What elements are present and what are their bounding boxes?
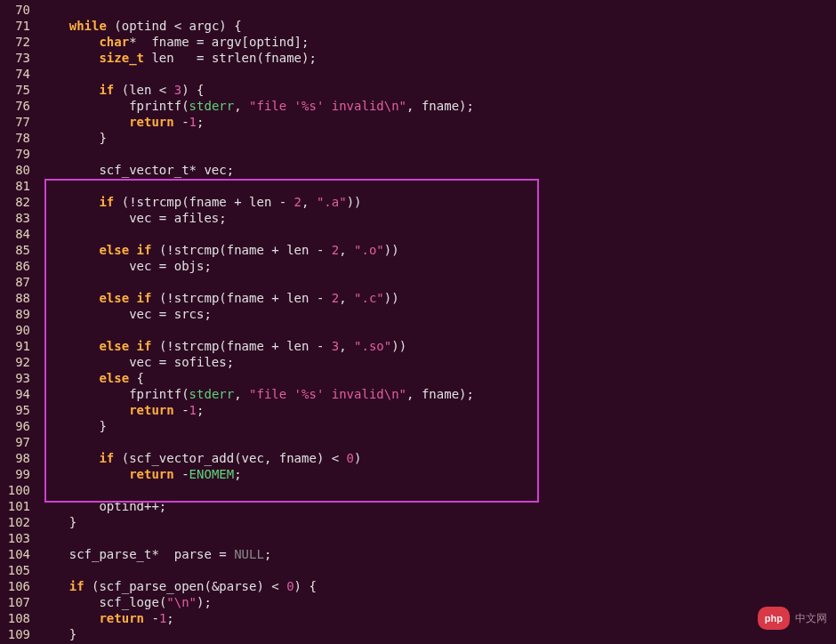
code-line[interactable] — [39, 434, 836, 450]
line-number: 95 — [0, 402, 30, 418]
line-number: 82 — [0, 194, 30, 210]
line-number: 84 — [0, 226, 30, 242]
code-line[interactable]: return -1; — [39, 114, 836, 130]
code-line[interactable]: } — [39, 514, 836, 530]
code-line[interactable] — [39, 2, 836, 18]
code-line[interactable]: scf_loge("\n"); — [39, 594, 836, 610]
line-number: 96 — [0, 418, 30, 434]
code-line[interactable] — [39, 178, 836, 194]
code-line[interactable]: size_t len = strlen(fname); — [39, 50, 836, 66]
code-line[interactable]: if (!strcmp(fname + len - 2, ".a")) — [39, 194, 836, 210]
line-number: 89 — [0, 306, 30, 322]
code-area[interactable]: while (optind < argc) { char* fname = ar… — [39, 2, 836, 644]
code-line[interactable] — [39, 530, 836, 546]
watermark-badge: php — [758, 607, 790, 630]
line-number: 74 — [0, 66, 30, 82]
code-line[interactable]: else if (!strcmp(fname + len - 2, ".c")) — [39, 290, 836, 306]
code-line[interactable]: vec = srcs; — [39, 306, 836, 322]
line-number: 98 — [0, 450, 30, 466]
line-number: 70 — [0, 2, 30, 18]
line-number: 86 — [0, 258, 30, 274]
watermark-text: 中文网 — [795, 610, 827, 626]
line-number: 72 — [0, 34, 30, 50]
code-line[interactable]: } — [39, 130, 836, 146]
code-line[interactable]: if (scf_parse_open(&parse) < 0) { — [39, 578, 836, 594]
code-line[interactable] — [39, 562, 836, 578]
code-line[interactable]: vec = afiles; — [39, 210, 836, 226]
line-number: 105 — [0, 562, 30, 578]
code-line[interactable]: char* fname = argv[optind]; — [39, 34, 836, 50]
code-line[interactable]: if (len < 3) { — [39, 82, 836, 98]
code-line[interactable]: fprintf(stderr, "file '%s' invalid\n", f… — [39, 98, 836, 114]
code-line[interactable]: vec = sofiles; — [39, 354, 836, 370]
line-number: 106 — [0, 578, 30, 594]
line-number: 92 — [0, 354, 30, 370]
code-line[interactable]: optind++; — [39, 498, 836, 514]
line-number: 83 — [0, 210, 30, 226]
line-number: 104 — [0, 546, 30, 562]
code-line[interactable] — [39, 322, 836, 338]
line-number: 101 — [0, 498, 30, 514]
code-line[interactable]: } — [39, 418, 836, 434]
code-line[interactable] — [39, 274, 836, 290]
line-number: 97 — [0, 434, 30, 450]
code-line[interactable]: } — [39, 626, 836, 642]
code-line[interactable]: else { — [39, 370, 836, 386]
line-number: 99 — [0, 466, 30, 482]
line-number: 81 — [0, 178, 30, 194]
line-number: 90 — [0, 322, 30, 338]
line-number: 80 — [0, 162, 30, 178]
code-line[interactable]: return -1; — [39, 610, 836, 626]
code-line[interactable]: else if (!strcmp(fname + len - 3, ".so")… — [39, 338, 836, 354]
line-number: 93 — [0, 370, 30, 386]
code-line[interactable]: while (optind < argc) { — [39, 18, 836, 34]
code-editor: 7071727374757677787980818283848586878889… — [0, 0, 836, 644]
line-number-gutter: 7071727374757677787980818283848586878889… — [0, 2, 39, 644]
line-number: 94 — [0, 386, 30, 402]
line-number: 75 — [0, 82, 30, 98]
line-number: 85 — [0, 242, 30, 258]
code-line[interactable]: vec = objs; — [39, 258, 836, 274]
code-line[interactable]: fprintf(stderr, "file '%s' invalid\n", f… — [39, 386, 836, 402]
line-number: 76 — [0, 98, 30, 114]
code-line[interactable]: return -ENOMEM; — [39, 466, 836, 482]
code-line[interactable]: scf_parse_t* parse = NULL; — [39, 546, 836, 562]
code-line[interactable] — [39, 482, 836, 498]
line-number: 107 — [0, 594, 30, 610]
line-number: 87 — [0, 274, 30, 290]
watermark: php 中文网 — [758, 607, 827, 630]
code-line[interactable]: return -1; — [39, 402, 836, 418]
code-line[interactable]: scf_vector_t* vec; — [39, 162, 836, 178]
line-number: 100 — [0, 482, 30, 498]
line-number: 77 — [0, 114, 30, 130]
line-number: 88 — [0, 290, 30, 306]
code-line[interactable]: else if (!strcmp(fname + len - 2, ".o")) — [39, 242, 836, 258]
code-line[interactable] — [39, 66, 836, 82]
line-number: 103 — [0, 530, 30, 546]
code-line[interactable]: if (scf_vector_add(vec, fname) < 0) — [39, 450, 836, 466]
line-number: 108 — [0, 610, 30, 626]
line-number: 71 — [0, 18, 30, 34]
line-number: 78 — [0, 130, 30, 146]
line-number: 73 — [0, 50, 30, 66]
line-number: 109 — [0, 626, 30, 642]
line-number: 79 — [0, 146, 30, 162]
line-number: 91 — [0, 338, 30, 354]
code-line[interactable] — [39, 226, 836, 242]
line-number: 102 — [0, 514, 30, 530]
code-line[interactable] — [39, 146, 836, 162]
